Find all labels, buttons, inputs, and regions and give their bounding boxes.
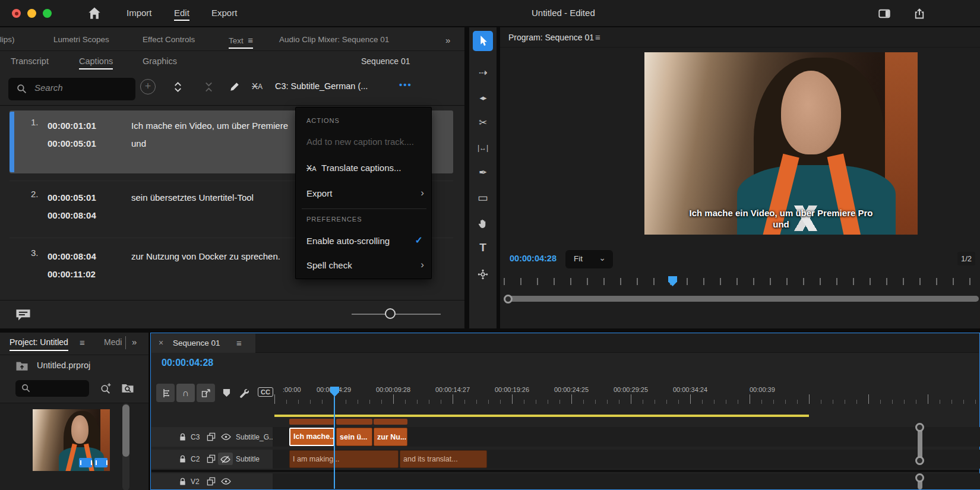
ripple-edit-tool[interactable]: ◂▸ bbox=[469, 88, 497, 108]
edit-pencil-icon[interactable] bbox=[229, 81, 240, 92]
zoom-slider-knob[interactable] bbox=[385, 308, 396, 319]
find-in-project-icon[interactable] bbox=[121, 382, 134, 394]
project-root-icon[interactable] bbox=[15, 360, 29, 371]
track-lane-c3[interactable]: Ich mache... sein ü... zur Nu... bbox=[273, 427, 980, 447]
caption-list-view-icon[interactable] bbox=[15, 308, 31, 322]
type-tool[interactable]: T bbox=[469, 238, 497, 258]
linked-selection-button[interactable] bbox=[197, 384, 215, 402]
track-group-divider[interactable] bbox=[151, 470, 979, 472]
merge-captions-icon[interactable] bbox=[203, 81, 214, 93]
zoom-button[interactable] bbox=[43, 9, 52, 18]
tab-overflow-icon[interactable]: » bbox=[445, 35, 450, 45]
track-lane-c2[interactable]: I am making... and its translat... bbox=[273, 450, 980, 469]
track-lane-v2[interactable] bbox=[273, 473, 980, 489]
playback-resolution[interactable]: 1/2 bbox=[957, 252, 975, 265]
sequence-menu-icon[interactable]: ≡ bbox=[236, 338, 242, 348]
timeline-timecode[interactable]: 00:00:04:28 bbox=[162, 358, 213, 368]
eye-icon[interactable] bbox=[221, 478, 231, 485]
project-file-name[interactable]: Untitled.prproj bbox=[37, 361, 90, 370]
work-area-bar[interactable] bbox=[274, 415, 809, 417]
tab-audio-clip-mixer[interactable]: Audio Clip Mixer: Sequence 01 bbox=[279, 35, 389, 44]
sync-track-icon[interactable] bbox=[207, 432, 216, 441]
clip[interactable]: zur Nu... bbox=[374, 428, 407, 446]
timeline-playhead-line[interactable] bbox=[334, 397, 335, 489]
project-search-input[interactable] bbox=[34, 382, 84, 391]
clip[interactable]: I am making... bbox=[289, 450, 399, 468]
sync-track-icon[interactable] bbox=[207, 454, 216, 463]
program-menu-icon[interactable]: ≡ bbox=[595, 32, 600, 42]
zoom-slider-track[interactable] bbox=[352, 314, 441, 315]
project-scrollbar-thumb[interactable] bbox=[122, 404, 129, 457]
lock-icon[interactable] bbox=[178, 477, 187, 486]
project-menu-icon[interactable]: ≡ bbox=[80, 337, 85, 347]
tab-overflow-icon[interactable]: » bbox=[132, 337, 137, 347]
tab-project[interactable]: Project: Untitled bbox=[10, 337, 68, 351]
menu-item-export[interactable]: Export bbox=[306, 188, 332, 198]
menu-import[interactable]: Import bbox=[127, 8, 152, 18]
clip-selected[interactable]: Ich mache... bbox=[289, 428, 334, 446]
clip[interactable]: sein ü... bbox=[336, 428, 372, 446]
program-scrollbar[interactable] bbox=[505, 296, 979, 302]
minimize-button[interactable] bbox=[27, 9, 36, 18]
nest-toggle-button[interactable] bbox=[156, 384, 175, 402]
project-search-box[interactable] bbox=[15, 380, 89, 397]
track-name[interactable]: Subtitle_G... bbox=[236, 433, 275, 441]
menu-export[interactable]: Export bbox=[211, 8, 237, 18]
home-icon[interactable] bbox=[88, 7, 101, 20]
close-icon[interactable]: × bbox=[159, 338, 163, 347]
menu-item-auto-scrolling[interactable]: Enable auto-scrolling bbox=[306, 236, 390, 246]
eye-off-bg[interactable] bbox=[218, 453, 233, 465]
program-mini-ruler[interactable] bbox=[504, 278, 979, 285]
tab-text[interactable]: Text ≡ bbox=[229, 35, 253, 49]
clip[interactable]: and its translat... bbox=[400, 450, 487, 468]
tab-effect-controls[interactable]: Effect Controls bbox=[143, 35, 195, 44]
caption-text[interactable]: Ich mache ein Video, um über Premiere un… bbox=[131, 117, 302, 153]
tab-graphics[interactable]: Graphics bbox=[143, 56, 177, 66]
caption-track-selector[interactable]: C3: Subtitle_German (... bbox=[275, 81, 385, 91]
caption-text[interactable]: zur Nutzung von Docker zu sprechen. bbox=[131, 248, 302, 265]
timeline-scrollbar-handle[interactable] bbox=[915, 473, 924, 482]
pen-tool[interactable]: ✒ bbox=[469, 163, 497, 183]
timeline-marker-icon[interactable] bbox=[223, 388, 230, 397]
eye-icon[interactable] bbox=[221, 433, 231, 441]
program-title[interactable]: Program: Sequence 01 bbox=[508, 33, 594, 42]
sync-track-icon[interactable] bbox=[207, 477, 216, 486]
search-input[interactable] bbox=[34, 83, 124, 93]
track-id[interactable]: V2 bbox=[191, 478, 200, 486]
track-name[interactable]: Subtitle bbox=[236, 455, 260, 463]
share-icon[interactable] bbox=[913, 8, 925, 20]
partial-clip[interactable] bbox=[374, 419, 407, 425]
translate-icon[interactable]: XA bbox=[252, 81, 263, 91]
panel-layout-icon[interactable] bbox=[878, 8, 891, 20]
program-scrollbar-handle[interactable] bbox=[504, 295, 513, 304]
split-captions-icon[interactable] bbox=[172, 81, 184, 93]
create-search-bin-icon[interactable] bbox=[100, 382, 112, 394]
track-id[interactable]: C3 bbox=[191, 433, 200, 441]
caption-search-box[interactable] bbox=[8, 78, 135, 100]
caption-text[interactable]: sein übersetztes Untertitel-Tool bbox=[131, 189, 302, 207]
hand-tool[interactable] bbox=[469, 213, 497, 233]
tab-lumetri-scopes[interactable]: Lumetri Scopes bbox=[53, 35, 109, 44]
timeline-scrollbar-handle[interactable] bbox=[915, 456, 924, 465]
razor-tool[interactable]: ✂ bbox=[469, 113, 497, 133]
program-timecode[interactable]: 00:00:04:28 bbox=[510, 254, 557, 263]
tab-media-browser-clipped[interactable]: Medi bbox=[104, 337, 122, 347]
tab-clipped[interactable]: clips) bbox=[0, 35, 15, 44]
close-button[interactable] bbox=[12, 9, 21, 18]
snap-button[interactable]: ∩ bbox=[176, 384, 195, 402]
tab-transcript[interactable]: Transcript bbox=[11, 56, 49, 66]
tab-sequence[interactable]: × Sequence 01 ≡ bbox=[151, 334, 255, 353]
lock-icon[interactable] bbox=[178, 432, 187, 441]
partial-clip[interactable] bbox=[336, 419, 372, 425]
rectangle-tool[interactable]: ▭ bbox=[469, 188, 497, 208]
partial-clip[interactable] bbox=[289, 419, 334, 425]
track-select-forward-tool[interactable]: ⇢ bbox=[469, 63, 497, 83]
clip-thumbnail[interactable] bbox=[33, 409, 110, 471]
slip-tool[interactable]: |↔| bbox=[469, 138, 497, 158]
transform-tool[interactable] bbox=[469, 264, 497, 284]
track-id[interactable]: C2 bbox=[191, 455, 200, 463]
selection-tool[interactable] bbox=[473, 31, 493, 51]
zoom-level-dropdown[interactable]: Fit ⌄ bbox=[565, 250, 613, 268]
menu-item-spell-check[interactable]: Spell check bbox=[306, 260, 352, 270]
lock-icon[interactable] bbox=[178, 454, 187, 463]
